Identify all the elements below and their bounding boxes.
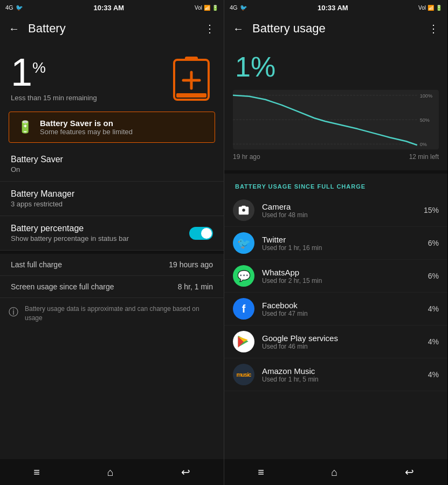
- battery-saver-icon: 🔋: [18, 120, 32, 134]
- volume-icon: Vol: [195, 5, 202, 11]
- right-status-bar: 4G 🐦 10:33 AM Vol 📶 🔋: [224, 0, 447, 15]
- amazon-music-percent: 4%: [428, 370, 439, 379]
- info-icon: ⓘ: [9, 306, 18, 318]
- battery-remaining: Less than 15 min remaining: [11, 94, 97, 102]
- amazon-music-name: Amazon Music: [262, 366, 421, 376]
- usage-section-title: BATTERY USAGE SINCE FULL CHARGE: [235, 183, 366, 190]
- right-back-nav-icon[interactable]: ↩: [405, 466, 414, 479]
- list-item[interactable]: Google Play services Used for 46 min 4%: [224, 325, 447, 358]
- right-nav-bar: ≡ ⌂ ↩: [224, 459, 447, 485]
- gplay-name: Google Play services: [262, 334, 421, 343]
- twitter-icon: 🐦: [16, 4, 23, 11]
- last-full-charge-label: Last full charge: [11, 260, 62, 269]
- usage-percentage-display: 1%: [224, 42, 447, 87]
- twitter-name: Twitter: [262, 235, 421, 244]
- battery-percentage-toggle[interactable]: [189, 227, 213, 240]
- right-twitter-icon: 🐦: [240, 4, 247, 11]
- svg-text:50%: 50%: [420, 117, 430, 123]
- left-status-bar: 4G 🐦 10:33 AM Vol 📶 🔋: [0, 0, 224, 15]
- battery-saver-subtitle: Some features may be limited: [40, 128, 133, 136]
- settings-item-battery-percentage[interactable]: Battery percentage Show battery percenta…: [0, 216, 224, 251]
- back-button[interactable]: ←: [9, 23, 19, 35]
- battery-percentage-title: Battery percentage: [11, 224, 129, 233]
- right-status-left: 4G 🐦: [230, 4, 247, 11]
- last-full-charge-value: 19 hours ago: [169, 260, 213, 269]
- usage-percentage: 1%: [235, 51, 275, 82]
- settings-item-battery-manager[interactable]: Battery Manager 3 apps restricted: [0, 182, 224, 216]
- camera-usage: Used for 48 min: [262, 211, 416, 219]
- list-item[interactable]: Camera Used for 48 min 15%: [224, 194, 447, 227]
- left-header: ← Battery ⋮: [0, 15, 224, 42]
- battery-chart: 100% 50% 0%: [233, 87, 439, 152]
- svg-rect-1: [176, 93, 206, 98]
- svg-text:0%: 0%: [420, 142, 427, 147]
- battery-manager-title: Battery Manager: [11, 189, 74, 199]
- whatsapp-icon: 💬: [233, 265, 254, 287]
- facebook-name: Facebook: [262, 301, 421, 310]
- more-button[interactable]: ⋮: [204, 22, 215, 35]
- usage-section-header: BATTERY USAGE SINCE FULL CHARGE: [224, 174, 447, 194]
- svg-point-13: [242, 209, 245, 212]
- battery-unit: %: [32, 59, 46, 77]
- menu-nav-icon[interactable]: ≡: [33, 466, 40, 479]
- battery-number: 1: [11, 53, 32, 92]
- twitter-info: Twitter Used for 1 hr, 16 min: [262, 235, 421, 252]
- battery-saver-banner[interactable]: 🔋 Battery Saver is on Some features may …: [9, 112, 215, 143]
- svg-text:100%: 100%: [420, 93, 432, 99]
- page-title: Battery: [28, 22, 196, 36]
- battery-percentage-subtitle: Show battery percentage in status bar: [11, 234, 129, 242]
- chart-label-end: 12 min left: [409, 153, 439, 161]
- twitter-usage: Used for 1 hr, 16 min: [262, 244, 421, 252]
- amazon-music-info: Amazon Music Used for 1 hr, 5 min: [262, 366, 421, 383]
- twitter-app-icon: 🐦: [233, 232, 254, 254]
- right-menu-nav-icon[interactable]: ≡: [258, 466, 264, 479]
- facebook-icon: f: [233, 298, 254, 320]
- battery-icon: [170, 53, 213, 102]
- list-item[interactable]: music Amazon Music Used for 1 hr, 5 min …: [224, 358, 447, 391]
- camera-info: Camera Used for 48 min: [262, 202, 416, 219]
- list-item[interactable]: 💬 WhatsApp Used for 2 hr, 15 min 6%: [224, 260, 447, 293]
- whatsapp-name: WhatsApp: [262, 268, 421, 277]
- gplay-usage: Used for 46 min: [262, 343, 421, 350]
- amazon-music-usage: Used for 1 hr, 5 min: [262, 376, 421, 383]
- right-back-button[interactable]: ←: [233, 23, 244, 35]
- facebook-info: Facebook Used for 47 min: [262, 301, 421, 317]
- settings-item-battery-saver[interactable]: Battery Saver On: [0, 147, 224, 182]
- right-panel: 4G 🐦 10:33 AM Vol 📶 🔋 ← Battery usage ⋮ …: [224, 0, 447, 485]
- list-item[interactable]: f Facebook Used for 47 min 4%: [224, 293, 447, 325]
- right-more-button[interactable]: ⋮: [428, 22, 439, 35]
- right-wifi-icon: 📶: [428, 5, 434, 11]
- last-full-charge-item: Last full charge 19 hours ago: [0, 254, 224, 276]
- back-nav-icon[interactable]: ↩: [181, 466, 190, 479]
- left-time: 10:33 AM: [94, 4, 125, 12]
- screen-usage-item: Screen usage since full charge 8 hr, 1 m…: [0, 276, 224, 298]
- wifi-icon: 📶: [204, 5, 210, 11]
- camera-percent: 15%: [424, 206, 439, 214]
- settings-list: Battery Saver On Battery Manager 3 apps …: [0, 147, 224, 459]
- amazon-music-icon: music: [233, 364, 254, 385]
- right-time: 10:33 AM: [318, 4, 348, 12]
- battery-saver-item-subtitle: On: [11, 165, 63, 174]
- camera-icon: [233, 199, 254, 221]
- battery-level-section: 1 % Less than 15 min remaining: [0, 42, 224, 107]
- right-home-nav-icon[interactable]: ⌂: [331, 466, 337, 479]
- gplay-icon: [233, 331, 254, 352]
- battery-manager-subtitle: 3 apps restricted: [11, 200, 74, 208]
- signal-icon: 4G: [5, 4, 13, 11]
- battery-chart-container: 100% 50% 0% 19 hr ago 12 min left: [224, 87, 447, 170]
- chart-labels: 19 hr ago 12 min left: [233, 152, 439, 162]
- right-battery-icon: 🔋: [436, 5, 442, 11]
- facebook-usage: Used for 47 min: [262, 310, 421, 317]
- right-volume-icon: Vol: [418, 5, 426, 11]
- whatsapp-usage: Used for 2 hr, 15 min: [262, 277, 421, 285]
- home-nav-icon[interactable]: ⌂: [107, 466, 114, 479]
- camera-name: Camera: [262, 202, 416, 211]
- left-nav-bar: ≡ ⌂ ↩: [0, 459, 224, 485]
- info-text: Battery usage data is approximate and ca…: [25, 304, 215, 323]
- battery-saver-title: Battery Saver is on: [40, 119, 133, 128]
- whatsapp-info: WhatsApp Used for 2 hr, 15 min: [262, 268, 421, 285]
- list-item[interactable]: 🐦 Twitter Used for 1 hr, 16 min 6%: [224, 227, 447, 260]
- right-status-icons: Vol 📶 🔋: [418, 5, 442, 11]
- gplay-info: Google Play services Used for 46 min: [262, 334, 421, 350]
- battery-saver-item-title: Battery Saver: [11, 155, 63, 164]
